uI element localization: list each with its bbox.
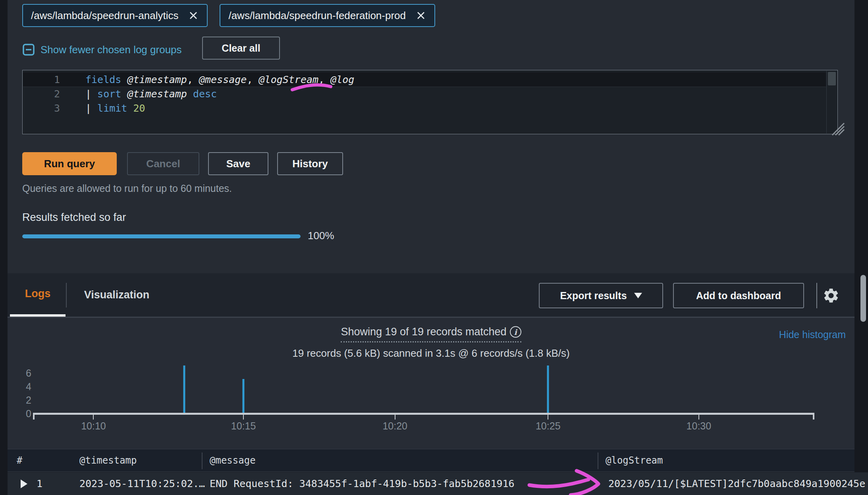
histogram-axis-endcap: [813, 413, 814, 420]
collapse-minus-icon: [22, 43, 35, 56]
log-group-chip[interactable]: /aws/lambda/speedrun-analytics: [22, 4, 208, 27]
column-header-logstream: @logStream: [606, 449, 663, 472]
histogram-x-tick: [698, 415, 699, 420]
settings-gear-icon[interactable]: [822, 287, 840, 304]
histogram-y-tick-label: 6: [15, 367, 31, 379]
progress-bar: [22, 234, 301, 238]
code-token-keyword: desc: [193, 88, 217, 100]
results-fetched-label: Results fetched so far: [22, 211, 126, 224]
histogram-y-tick-label: 0: [15, 408, 31, 420]
log-group-chip-label: /aws/lambda/speedrun-federation-prod: [228, 10, 406, 22]
code-token-number: 20: [133, 102, 145, 114]
code-token-field: @timestamp: [127, 74, 187, 85]
code-token-plain: ,: [247, 74, 258, 85]
run-query-button[interactable]: Run query: [22, 152, 117, 175]
histogram-y-tick-label: 4: [15, 381, 31, 393]
progress-bar-fill: [22, 234, 301, 238]
code-token-plain: [121, 88, 127, 100]
histogram-bar: [547, 365, 549, 414]
remove-log-group-icon[interactable]: [416, 10, 426, 21]
histogram-x-tick-label: 10:15: [216, 420, 271, 432]
query-code-line: fields @timestamp, @message, @logStream,…: [85, 73, 354, 87]
hide-histogram-link[interactable]: Hide histogram: [779, 329, 846, 340]
info-icon[interactable]: [510, 326, 521, 338]
histogram-bar: [243, 379, 245, 414]
histogram-x-tick-label: 10:20: [367, 420, 423, 432]
query-section: /aws/lambda/speedrun-analytics /aws/lamb…: [8, 0, 854, 273]
chevron-down-icon: [634, 293, 642, 298]
row-index: 1: [37, 472, 42, 495]
clear-all-button[interactable]: Clear all: [202, 37, 280, 60]
query-limit-note: Queries are allowed to run for up to 60 …: [22, 183, 232, 194]
editor-scrollbar-thumb[interactable]: [828, 72, 836, 85]
log-group-chip[interactable]: /aws/lambda/speedrun-federation-prod: [220, 4, 435, 27]
line-number: 3: [23, 101, 64, 116]
code-token-keyword: fields: [85, 74, 121, 85]
code-token-field: @timestamp: [127, 88, 187, 100]
histogram-bar: [183, 365, 185, 414]
histogram-x-tick-label: 10:10: [66, 420, 121, 432]
query-code-line: | limit 20: [85, 101, 145, 116]
progress-percent: 100%: [308, 230, 334, 242]
show-fewer-log-groups-link[interactable]: Show fewer chosen log groups: [22, 40, 182, 60]
histogram-x-tick-label: 10:30: [671, 420, 727, 432]
history-button[interactable]: History: [277, 152, 343, 175]
code-token-plain: [121, 74, 127, 85]
editor-resize-handle-icon[interactable]: [827, 115, 846, 136]
page-scrollbar-thumb[interactable]: [860, 275, 866, 322]
records-matched-text: Showing 19 of 19 records matched: [341, 326, 506, 338]
line-number: 1: [23, 73, 64, 87]
code-token-keyword: limit: [97, 102, 127, 114]
tab-visualization[interactable]: Visualization: [83, 273, 150, 317]
export-results-label: Export results: [560, 290, 627, 302]
log-group-chip-label: /aws/lambda/speedrun-analytics: [31, 10, 178, 22]
column-header-index: #: [17, 449, 22, 472]
records-matched-heading: Showing 19 of 19 records matched: [8, 326, 854, 342]
histogram-axis-endcap: [33, 413, 35, 420]
show-fewer-label: Show fewer chosen log groups: [41, 44, 182, 56]
row-logstream-link[interactable]: 2023/05/11/[$LATEST]2dfc7b0aabc849a19002…: [608, 472, 865, 495]
code-token-plain: [187, 88, 193, 100]
save-button[interactable]: Save: [208, 152, 268, 175]
cancel-button[interactable]: Cancel: [127, 152, 199, 175]
histogram-x-tick: [395, 415, 395, 420]
histogram-x-axis: [33, 413, 814, 415]
row-message: END RequestId: 3483455f-1abf-419b-b5b3-f…: [210, 472, 515, 495]
add-to-dashboard-button[interactable]: Add to dashboard: [673, 283, 804, 308]
code-token-field: @message: [199, 74, 247, 85]
code-token-field: @logStream: [259, 74, 319, 85]
tab-divider: [66, 283, 67, 307]
actions-divider: [816, 283, 817, 308]
tab-logs[interactable]: Logs: [10, 273, 66, 317]
code-token-plain: |: [85, 88, 97, 100]
query-editor[interactable]: 1 2 3 fields @timestamp, @message, @logS…: [22, 70, 838, 134]
results-table-header: # @timestamp @message @logStream: [8, 449, 854, 472]
histogram-plot: [33, 364, 814, 413]
code-token-field: @log: [330, 74, 354, 85]
code-token-plain: ,: [318, 74, 330, 85]
export-results-button[interactable]: Export results: [539, 283, 663, 308]
code-token-plain: ,: [187, 74, 199, 85]
histogram-x-tick: [243, 415, 244, 420]
code-token-plain: [127, 102, 133, 114]
row-timestamp: 2023-05-11T10:25:02.…: [79, 472, 205, 495]
line-number: 2: [23, 87, 64, 101]
results-tabs-bar: Logs Visualization Export results Add to…: [8, 273, 854, 318]
column-divider: [202, 452, 203, 469]
remove-log-group-icon[interactable]: [189, 10, 199, 21]
table-row[interactable]: 1 2023-05-11T10:25:02.… END RequestId: 3…: [8, 472, 868, 495]
histogram-y-tick-label: 2: [15, 394, 31, 406]
histogram-x-tick: [548, 415, 548, 420]
histogram-x-tick: [93, 415, 94, 420]
histogram-x-tick-label: 10:25: [520, 420, 576, 432]
column-divider: [598, 452, 598, 469]
results-panel: Showing 19 of 19 records matched 19 reco…: [8, 318, 854, 449]
expand-row-icon[interactable]: [21, 480, 27, 488]
column-header-message: @message: [210, 449, 256, 472]
code-token-plain: |: [85, 102, 97, 114]
scan-stats-text: 19 records (5.6 kB) scanned in 3.1s @ 6 …: [8, 347, 854, 360]
log-group-chips: /aws/lambda/speedrun-analytics /aws/lamb…: [22, 4, 435, 27]
code-token-keyword: sort: [97, 88, 121, 100]
query-code-line: | sort @timestamp desc: [85, 87, 217, 101]
column-header-timestamp: @timestamp: [79, 449, 137, 472]
